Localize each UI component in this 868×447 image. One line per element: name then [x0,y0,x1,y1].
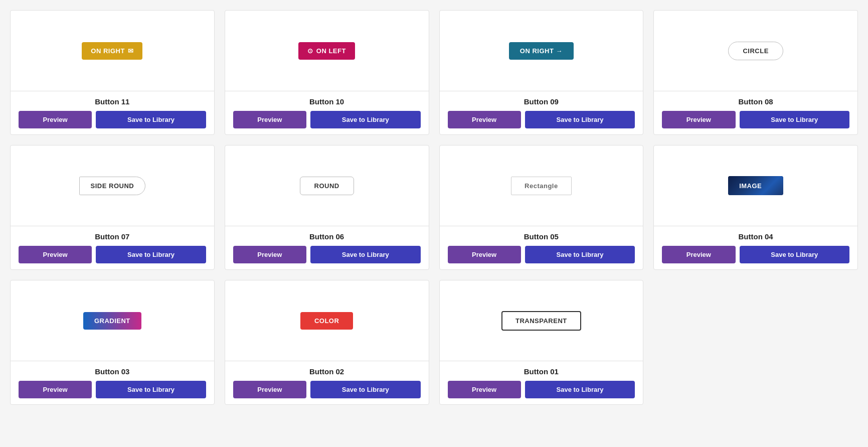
card-button07: SIDE ROUND Button 07 Preview Save to Lib… [10,145,215,270]
card-button03: GRADIENT Button 03 Preview Save to Libra… [10,280,215,405]
card-title-btn11: Button 11 [19,97,206,106]
button-library-grid: ON RIGHT ✉ Button 11 Preview Save to Lib… [10,10,858,405]
preview-area-btn10: ⊙ ON LEFT [225,11,429,91]
footer-btn02: Button 02 Preview Save to Library [225,361,429,404]
save-button-btn04[interactable]: Save to Library [740,246,849,263]
card-title-btn02: Button 02 [233,367,421,376]
btn07-label: SIDE ROUND [91,182,134,190]
footer-btn06: Button 06 Preview Save to Library [225,226,429,269]
actions-btn04: Preview Save to Library [662,246,849,263]
save-button-btn01[interactable]: Save to Library [525,381,635,398]
btn08-label: CIRCLE [743,47,768,55]
actions-btn10: Preview Save to Library [233,111,421,128]
save-button-btn07[interactable]: Save to Library [96,246,206,263]
actions-btn11: Preview Save to Library [19,111,206,128]
footer-btn04: Button 04 Preview Save to Library [654,226,857,269]
footer-btn10: Button 10 Preview Save to Library [225,91,429,134]
preview-area-btn06: ROUND [225,145,429,226]
card-title-btn05: Button 05 [448,232,635,241]
preview-button-btn09[interactable]: Preview [448,111,521,128]
footer-btn07: Button 07 Preview Save to Library [11,226,214,269]
preview-button-btn04[interactable]: Preview [662,246,735,263]
demo-button-04: IMAGE [728,176,783,195]
card-button05: Rectangle Button 05 Preview Save to Libr… [439,145,644,270]
row-3: GRADIENT Button 03 Preview Save to Libra… [10,280,858,405]
footer-btn01: Button 01 Preview Save to Library [440,361,643,404]
card-title-btn10: Button 10 [233,97,421,106]
preview-button-btn05[interactable]: Preview [448,246,521,263]
actions-btn03: Preview Save to Library [19,381,206,398]
footer-btn11: Button 11 Preview Save to Library [11,91,214,134]
footer-btn03: Button 03 Preview Save to Library [11,361,214,404]
preview-area-btn04: IMAGE [654,145,857,226]
demo-button-01: TRANSPARENT [501,311,581,331]
preview-button-btn07[interactable]: Preview [19,246,92,263]
btn02-label: COLOR [314,317,339,325]
card-title-btn06: Button 06 [233,232,421,241]
demo-button-03: GRADIENT [83,312,141,330]
preview-area-btn09: ON RIGHT → [440,11,643,91]
btn04-label: IMAGE [739,182,762,190]
card-button10: ⊙ ON LEFT Button 10 Preview Save to Libr… [225,10,429,135]
actions-btn07: Preview Save to Library [19,246,206,263]
preview-button-btn02[interactable]: Preview [233,381,306,398]
actions-btn06: Preview Save to Library [233,246,421,263]
save-button-btn10[interactable]: Save to Library [310,111,420,128]
card-button02: COLOR Button 02 Preview Save to Library [225,280,429,405]
save-button-btn02[interactable]: Save to Library [310,381,420,398]
preview-button-btn10[interactable]: Preview [233,111,306,128]
card-title-btn09: Button 09 [448,97,635,106]
card-button06: ROUND Button 06 Preview Save to Library [225,145,429,270]
card-title-btn01: Button 01 [448,367,635,376]
demo-button-08: CIRCLE [728,42,783,60]
demo-button-07: SIDE ROUND [79,177,146,195]
btn03-label: GRADIENT [94,317,130,325]
row-1: ON RIGHT ✉ Button 11 Preview Save to Lib… [10,10,858,135]
btn11-icon: ✉ [128,47,134,55]
card-title-btn08: Button 08 [662,97,849,106]
preview-button-btn11[interactable]: Preview [19,111,92,128]
card-title-btn07: Button 07 [19,232,206,241]
btn01-label: TRANSPARENT [515,317,567,325]
demo-button-09: ON RIGHT → [509,42,574,60]
preview-area-btn02: COLOR [225,280,429,361]
actions-btn05: Preview Save to Library [448,246,635,263]
preview-button-btn01[interactable]: Preview [448,381,521,398]
save-button-btn08[interactable]: Save to Library [740,111,849,128]
demo-button-11: ON RIGHT ✉ [82,42,142,60]
footer-btn09: Button 09 Preview Save to Library [440,91,643,134]
preview-area-btn03: GRADIENT [11,280,214,361]
preview-button-btn06[interactable]: Preview [233,246,306,263]
btn11-label: ON RIGHT [91,47,125,55]
btn05-label: Rectangle [525,182,558,190]
save-button-btn05[interactable]: Save to Library [525,246,635,263]
preview-button-btn03[interactable]: Preview [19,381,92,398]
actions-btn02: Preview Save to Library [233,381,421,398]
actions-btn01: Preview Save to Library [448,381,635,398]
card-button11: ON RIGHT ✉ Button 11 Preview Save to Lib… [10,10,215,135]
demo-button-06: ROUND [300,177,354,195]
footer-btn05: Button 05 Preview Save to Library [440,226,643,269]
demo-button-02: COLOR [300,312,353,330]
btn06-label: ROUND [314,182,339,190]
card-title-btn03: Button 03 [19,367,206,376]
preview-area-btn01: TRANSPARENT [440,280,643,361]
preview-button-btn08[interactable]: Preview [662,111,735,128]
btn10-icon: ⊙ [307,47,313,55]
preview-area-btn05: Rectangle [440,145,643,226]
footer-btn08: Button 08 Preview Save to Library [654,91,857,134]
actions-btn09: Preview Save to Library [448,111,635,128]
preview-area-btn08: CIRCLE [654,11,857,91]
save-button-btn11[interactable]: Save to Library [96,111,206,128]
row-2: SIDE ROUND Button 07 Preview Save to Lib… [10,145,858,270]
card-button04: IMAGE Button 04 Preview Save to Library [653,145,858,270]
card-title-btn04: Button 04 [662,232,849,241]
save-button-btn06[interactable]: Save to Library [310,246,420,263]
card-button01: TRANSPARENT Button 01 Preview Save to Li… [439,280,644,405]
demo-button-05: Rectangle [511,177,572,195]
card-button09: ON RIGHT → Button 09 Preview Save to Lib… [439,10,644,135]
save-button-btn09[interactable]: Save to Library [525,111,635,128]
save-button-btn03[interactable]: Save to Library [96,381,206,398]
card-button08: CIRCLE Button 08 Preview Save to Library [653,10,858,135]
btn10-label: ON LEFT [316,47,346,55]
